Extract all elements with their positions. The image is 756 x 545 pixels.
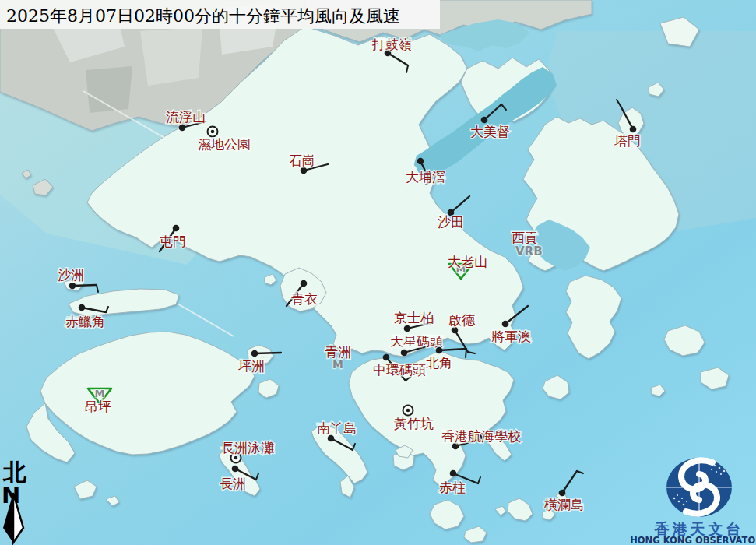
calm-symbol-inner [211,130,215,134]
station-dot [450,470,457,477]
station-dot [383,354,390,361]
station-label-shek-kong: 石崗 [289,153,315,168]
wind-map: 2025年8月07日02時00分的十分鐘平均風向及風速 打鼓嶺塔門大美督流浮山濕… [0,0,756,545]
wind-barb-shaft [72,285,97,286]
station-label-star-ferry-pier: 天星碼頭 [390,333,443,349]
station-label-ta-kwu-ling: 打鼓嶺 [371,37,412,52]
station-label-tseung-kwan-o: 將軍澳 [491,329,531,344]
station-label-kings-park: 京士柏 [394,310,434,325]
station-label-kai-tak: 啟德 [448,312,476,328]
station-label-tap-mun: 塔門 [614,133,641,149]
station-label-north-point: 北角 [426,355,452,371]
station-dot [79,304,86,311]
station-label-wetland-park: 濕地公園 [198,136,251,152]
station-label-sai-kung: 西貢 [512,230,538,245]
station-dot [232,466,239,473]
page-title: 2025年8月07日02時00分的十分鐘平均風向及風速 [6,6,400,26]
station-label-hk-sea-school: 香港航海學校 [441,428,521,444]
station-dot [404,325,411,332]
station-dot [502,321,509,328]
station-label-waglan-island: 橫瀾島 [544,497,584,512]
station-dot [481,117,488,124]
station-dot [173,225,180,232]
station-label-tai-po-kau: 大埔滘 [406,169,445,185]
station-dot [179,125,186,132]
station-dot [630,126,637,133]
station-label-lamma-island: 南丫島 [317,420,357,436]
station-label-tsing-yi: 青衣 [291,291,318,307]
station-sai-kung: VRB西貢 [512,230,543,258]
wind-barb-tick [466,349,466,357]
urban-texture [140,27,202,86]
station-dot [251,350,258,357]
station-label-tai-mei-tuk: 大美督 [470,124,510,139]
station-label-lau-fau-shan: 流浮山 [166,109,206,125]
station-dot [69,283,76,290]
station-label-chek-lap-kok: 赤鱲角 [65,314,105,329]
station-label-sha-tin: 沙田 [438,214,464,230]
station-note-sai-kung: VRB [515,244,543,258]
station-label-stanley: 赤柱 [439,480,466,495]
hko-name-en: HONG KONG OBSERVATORY [630,535,756,545]
station-label-wong-chuk-hang: 黃竹坑 [394,416,434,431]
wind-barb-shaft [255,353,281,353]
station-label-cheung-chau: 長洲 [220,476,246,491]
station-label-tates-cairn: 大老山 [448,254,487,269]
station-label-ngong-ping: 昂坪 [85,399,111,414]
station-label-sha-chau: 沙洲 [58,267,84,283]
station-label-green-island: 青洲 [325,344,351,360]
station-dot [301,280,308,287]
station-label-tuen-mun: 屯門 [160,234,186,249]
wind-map-canvas: 2025年8月07日02時00分的十分鐘平均風向及風速 打鼓嶺塔門大美督流浮山濕… [0,0,756,545]
maintenance-m-label: M [95,388,105,399]
station-dot [559,490,566,497]
station-dot [417,158,424,165]
station-label-peng-chau: 坪洲 [238,358,265,374]
station-label-cheung-chau-beach: 長洲泳灘 [221,440,274,455]
station-note-green-island: M [332,358,343,371]
station-dot [436,347,443,354]
station-dot [401,350,408,357]
station-label-central-pier: 中環碼頭 [373,362,426,378]
calm-symbol-inner [406,409,410,413]
calm-symbol-inner [234,456,238,460]
